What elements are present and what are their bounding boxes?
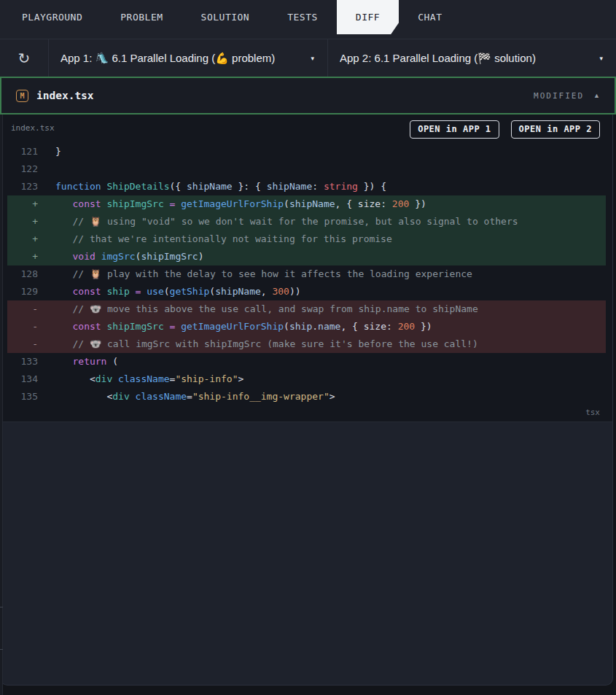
line-number: 123 bbox=[7, 178, 38, 195]
code-line: + // that we're intentionally not waitin… bbox=[7, 230, 606, 248]
nav-tab-tests[interactable]: TESTS bbox=[268, 0, 337, 34]
file-name: index.tsx bbox=[36, 90, 534, 101]
code-block[interactable]: index.tsx OPEN in APP 1OPEN in APP 2 121… bbox=[1, 114, 612, 422]
diff-sign: + bbox=[7, 230, 38, 248]
code-line: + void imgSrc(shipImgSrc) bbox=[7, 248, 606, 265]
nav-tab-solution[interactable]: SOLUTION bbox=[182, 0, 269, 34]
code-lines: 121}122123function ShipDetails({ shipNam… bbox=[7, 143, 606, 405]
nav-tab-problem[interactable]: PROBLEM bbox=[101, 0, 182, 34]
code-line: 129 const ship = use(getShip(shipName, 3… bbox=[7, 283, 606, 300]
app1-select-label: App 1: 🛝 6.1 Parallel Loading (💪 problem… bbox=[61, 52, 305, 65]
app2-select[interactable]: App 2: 6.1 Parallel Loading (🏁 solution)… bbox=[328, 39, 616, 77]
refresh-button[interactable]: ↻ bbox=[0, 39, 49, 77]
code-text: // 🐨 call imgSrc with shipImgSrc (make s… bbox=[55, 335, 478, 353]
rail-tick bbox=[0, 607, 3, 607]
code-line: 122 bbox=[7, 160, 606, 178]
nav-tab-playground[interactable]: PLAYGROUND bbox=[3, 0, 101, 34]
collapse-arrow-icon: ▲ bbox=[593, 92, 600, 99]
nav-tab-chat[interactable]: CHAT bbox=[399, 0, 461, 34]
open-in-app-1-button[interactable]: OPEN in APP 1 bbox=[410, 120, 499, 139]
line-number: 134 bbox=[7, 370, 38, 388]
diff-sign: + bbox=[7, 248, 38, 265]
code-text: function ShipDetails({ shipName }: { shi… bbox=[55, 178, 386, 195]
chevron-down-icon: ▾ bbox=[599, 55, 603, 62]
code-line: - // 🐨 move this above the use call, and… bbox=[7, 300, 606, 318]
diff-sign: + bbox=[7, 195, 38, 213]
open-buttons: OPEN in APP 1OPEN in APP 2 bbox=[398, 120, 600, 139]
language-label: tsx bbox=[7, 405, 606, 417]
chevron-down-icon: ▾ bbox=[311, 55, 314, 62]
code-text: const shipImgSrc = getImageUrlForShip(sh… bbox=[55, 318, 432, 335]
app2-select-label: App 2: 6.1 Parallel Loading (🏁 solution) bbox=[340, 52, 593, 65]
line-number: 128 bbox=[7, 265, 38, 283]
app-selector-bar: ↻ App 1: 🛝 6.1 Parallel Loading (💪 probl… bbox=[0, 39, 616, 77]
modified-file-icon: M bbox=[16, 90, 28, 102]
code-text: // that we're intentionally not waiting … bbox=[55, 230, 392, 248]
code-line: + // 🦉 using "void" so we don't wait for… bbox=[7, 213, 606, 230]
code-text: // 🦉 play with the delay to see how it a… bbox=[55, 265, 472, 283]
line-number: 129 bbox=[7, 283, 38, 300]
diff-panel: index.tsx OPEN in APP 1OPEN in APP 2 121… bbox=[0, 114, 613, 686]
code-line: - const shipImgSrc = getImageUrlForShip(… bbox=[7, 318, 606, 335]
code-text: return ( bbox=[55, 353, 118, 370]
file-accordion-header[interactable]: M index.tsx MODIFIED ▲ bbox=[0, 77, 616, 114]
code-line: + const shipImgSrc = getImageUrlForShip(… bbox=[7, 195, 606, 213]
left-scrollbar-rail[interactable] bbox=[0, 114, 3, 695]
code-text: void imgSrc(shipImgSrc) bbox=[55, 248, 204, 265]
diff-sign: - bbox=[7, 318, 38, 335]
code-block-header: index.tsx OPEN in APP 1OPEN in APP 2 bbox=[7, 114, 606, 143]
line-number: 135 bbox=[7, 388, 38, 405]
line-number: 133 bbox=[7, 353, 38, 370]
nav-tab-diff[interactable]: DIFF bbox=[337, 0, 399, 34]
code-text: const shipImgSrc = getImageUrlForShip(sh… bbox=[55, 195, 426, 213]
code-text: <div className="ship-info__img-wrapper"> bbox=[55, 388, 335, 405]
code-line: 121} bbox=[7, 143, 606, 160]
code-text: // 🐨 move this above the use call, and s… bbox=[55, 300, 478, 318]
line-number: 121 bbox=[7, 143, 38, 160]
code-line: 123function ShipDetails({ shipName }: { … bbox=[7, 178, 606, 195]
code-line: 134 <div className="ship-info"> bbox=[7, 370, 606, 388]
code-line: 133 return ( bbox=[7, 353, 606, 370]
status-badge: MODIFIED bbox=[534, 91, 584, 101]
diff-sign: + bbox=[7, 213, 38, 230]
code-text: <div className="ship-info"> bbox=[55, 370, 243, 388]
diff-sign: - bbox=[7, 335, 38, 353]
code-line: - // 🐨 call imgSrc with shipImgSrc (make… bbox=[7, 335, 606, 353]
code-text: } bbox=[55, 143, 61, 160]
code-text: // 🦉 using "void" so we don't wait for t… bbox=[55, 213, 518, 230]
top-nav: PLAYGROUNDPROBLEMSOLUTIONTESTSDIFFCHAT bbox=[0, 0, 616, 39]
code-text: const ship = use(getShip(shipName, 300)) bbox=[55, 283, 301, 300]
refresh-icon: ↻ bbox=[18, 50, 31, 67]
app1-select[interactable]: App 1: 🛝 6.1 Parallel Loading (💪 problem… bbox=[49, 39, 328, 77]
line-number: 122 bbox=[7, 160, 38, 178]
rail-tick bbox=[0, 649, 3, 650]
code-line: 128 // 🦉 play with the delay to see how … bbox=[7, 265, 606, 283]
diff-sign: - bbox=[7, 300, 38, 318]
code-line: 135 <div className="ship-info__img-wrapp… bbox=[7, 388, 606, 405]
code-file-label: index.tsx bbox=[11, 120, 398, 133]
open-in-app-2-button[interactable]: OPEN in APP 2 bbox=[511, 120, 600, 139]
